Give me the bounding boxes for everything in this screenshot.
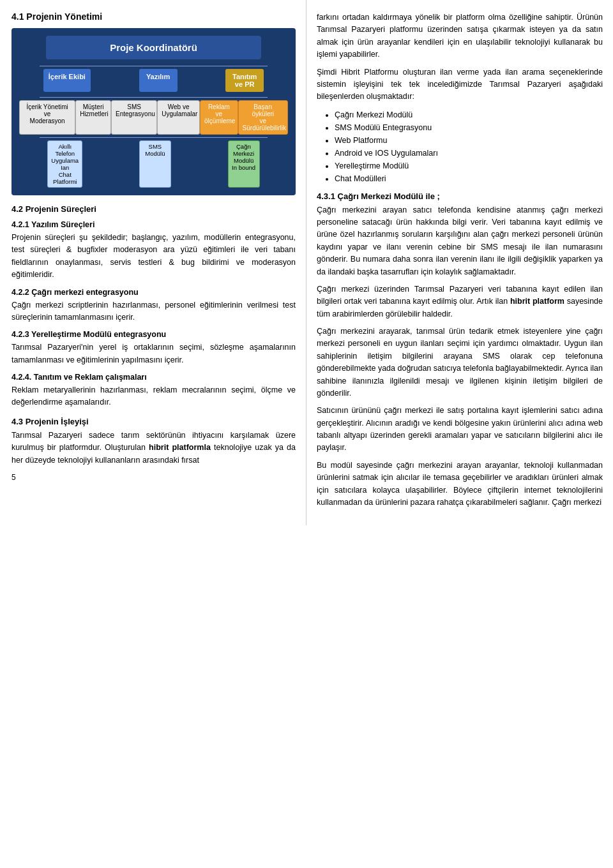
section-title-4-2-1: 4.2.1 Yazılım Süreçleri <box>11 220 296 229</box>
org-level1: İçerik Ekibi Yazılım Tanıtımve PR <box>19 69 288 92</box>
section-title-4-3-1: 4.3.1 Çağrı Merkezi Modülü ile ; <box>317 191 603 201</box>
org-leaf-cagri: ÇağrıMerkeziModülüIn bound <box>228 140 260 188</box>
org-sub-icerik-yonetimi: İçerik Yönetimi veModerasyon <box>19 100 75 135</box>
para-cagri-1: Çağrı merkezini arayan satıcı telefonda … <box>317 204 603 278</box>
para-4-2-1: Projenin süreçleri şu şekildedir; başlan… <box>11 232 296 281</box>
bullet-chat: Chat Modülleri <box>335 172 603 185</box>
org-root: Proje Koordinatörü <box>46 36 261 59</box>
section-title-4-2: 4.2 Projenin Süreçleri <box>11 204 296 214</box>
para-4-2-2: Çağrı merkezi scriptlerinin hazırlanması… <box>11 299 296 324</box>
org-sub-sms: SMSEntegrasyonu <box>111 100 157 135</box>
para-cagri-4: Satıcının ürününü çağrı merkezi ile satı… <box>317 405 603 454</box>
para-4-2-4: Reklam metaryallerinin hazırlanması, rek… <box>11 384 296 409</box>
right-platform-para: Şimdi Hibrit Platformu oluşturan ilan ve… <box>317 66 603 103</box>
org-chart: Proje Koordinatörü İçerik Ekibi Yazılım … <box>11 28 296 195</box>
org-sub-web: Web veUygulamalar <box>157 100 200 135</box>
org-sub-basari: BaşarıöyküleriveSürdürülebilirlik <box>238 100 288 135</box>
component-bullets: Çağrı Merkezi Modülü SMS Modülü Entegras… <box>317 108 603 185</box>
section-title-4-2-3: 4.2.3 Yerelleştirme Modülü entegrasyonu <box>11 330 296 339</box>
org-level2: İçerik Yönetimi veModerasyon MüşteriHizm… <box>19 100 288 135</box>
bullet-cagri: Çağrı Merkezi Modülü <box>335 108 603 121</box>
bullet-sms: SMS Modülü Entegrasyonu <box>335 121 603 134</box>
org-leaf-telefon: AkıllıTelefonUygulamaIanChatPlatformi <box>47 140 82 188</box>
para-4-2-3: Tarımsal Pazaryeri'nin yerel iş ortaklar… <box>11 341 296 366</box>
section-title-4-3: 4.3 Projenin İşleyişi <box>11 417 296 426</box>
org-sub-reklam: Reklamveölçümleme <box>200 100 238 135</box>
para-cagri-5: Bu modül sayesinde çağrı merkezini araya… <box>317 460 603 509</box>
section-title-4-2-2: 4.2.2 Çağrı merkezi entegrasyonu <box>11 288 296 297</box>
bullet-android: Android ve IOS Uygulamaları <box>335 147 603 160</box>
bullet-web: Web Platformu <box>335 134 603 147</box>
para-cagri-3: Çağrı merkezini arayarak, tarımsal ürün … <box>317 326 603 400</box>
right-intro-para: farkını ortadan kaldırmaya yönelik bir p… <box>317 11 603 61</box>
org-box-tanitim: Tanıtımve PR <box>225 69 264 92</box>
org-leaf-sms: SMSModülü <box>139 140 171 188</box>
page-number: 5 <box>11 473 296 482</box>
para-4-3: Tarımsal Pazaryeri sadece tarım sektörün… <box>11 430 296 467</box>
section-title-4-1: 4.1 Projenin Yönetimi <box>11 11 296 22</box>
org-sub-musteri: MüşteriHizmetleri <box>75 100 111 135</box>
bullet-yerel: Yerelleştirme Modülü <box>335 160 603 172</box>
org-level3: AkıllıTelefonUygulamaIanChatPlatformi SM… <box>19 140 288 188</box>
org-box-yazilim: Yazılım <box>139 69 178 92</box>
section-title-4-2-4: 4.2.4. Tanıtım ve Reklam çalışmaları <box>11 373 296 382</box>
org-box-icerik: İçerik Ekibi <box>43 69 91 92</box>
para-cagri-2: Çağrı merkezi üzerinden Tarımsal Pazarye… <box>317 283 603 320</box>
